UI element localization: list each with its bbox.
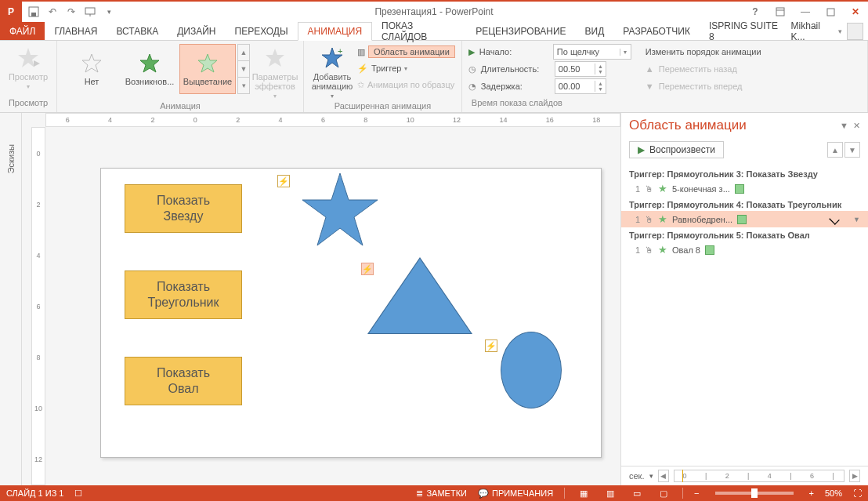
animation-pane-button[interactable]: ▥ Область анимации: [357, 44, 455, 60]
tab-view[interactable]: ВИД: [576, 22, 614, 40]
group-advanced: + Добавить анимацию ▾ ▥ Область анимации…: [304, 41, 462, 112]
animation-gallery[interactable]: Нет Возникнов... Выцветание ▲ ▼ ▾: [63, 44, 250, 94]
thumbnail-label: Эскизы: [6, 144, 16, 173]
play-label: Воспроизвести: [649, 144, 715, 155]
zoom-in-icon[interactable]: +: [809, 488, 814, 498]
preview-label: Просмотр: [9, 72, 48, 82]
timeline-track[interactable]: 0| 2| 4| 6|: [674, 470, 845, 482]
reorder-down-button[interactable]: ▼: [844, 142, 860, 158]
tab-animation[interactable]: АНИМАЦИЯ: [298, 22, 372, 41]
user-area[interactable]: Mikhail K... ▾: [791, 22, 868, 40]
anim-appear[interactable]: Возникнов...: [121, 44, 178, 94]
svg-marker-9: [82, 54, 101, 72]
close-icon[interactable]: ✕: [843, 2, 868, 22]
timeline-marker[interactable]: [682, 470, 683, 482]
view-reading-icon[interactable]: ▭: [629, 487, 645, 499]
delay-icon: ◔: [468, 82, 476, 92]
ribbon-display-icon[interactable]: [768, 2, 793, 22]
timeline-left[interactable]: ◀: [658, 470, 669, 482]
duration-input[interactable]: 00.50 ▲▼: [555, 61, 606, 77]
anim-name: 5-конечная з...: [672, 184, 730, 194]
effect-options-icon: [262, 45, 288, 71]
view-slideshow-icon[interactable]: ▢: [656, 487, 671, 499]
anim-item-oval[interactable]: 1 🖱 ★ Овал 8: [621, 241, 868, 258]
tab-insert[interactable]: ВСТАВКА: [107, 22, 168, 40]
start-combo[interactable]: По щелчку ▾: [553, 44, 631, 60]
zoom-out-icon[interactable]: −: [694, 488, 699, 498]
anim-name: Овал 8: [672, 245, 700, 255]
svg-rect-4: [776, 8, 784, 16]
reorder-up-button[interactable]: ▲: [827, 142, 843, 158]
notes-button[interactable]: ≣ЗАМЕТКИ: [416, 488, 467, 499]
svg-marker-8: [34, 60, 40, 67]
zoom-thumb[interactable]: [751, 488, 758, 498]
gallery-expand-icon[interactable]: ▾: [238, 78, 249, 93]
timeline-right[interactable]: ▶: [849, 470, 860, 482]
app-icon: P: [0, 2, 22, 22]
tab-file[interactable]: ФАЙЛ: [0, 22, 45, 40]
zoom-slider[interactable]: [715, 492, 794, 495]
gallery-more[interactable]: ▲ ▼ ▾: [237, 44, 250, 94]
animation-tag-oval[interactable]: ⚡: [485, 339, 497, 352]
maximize-icon[interactable]: [818, 2, 843, 22]
shape-oval[interactable]: [501, 332, 562, 408]
add-animation-button[interactable]: + Добавить анимацию ▾: [310, 44, 354, 101]
user-dropdown-icon[interactable]: ▾: [838, 27, 842, 35]
zoom-value[interactable]: 50%: [825, 488, 842, 498]
shape-btn-star[interactable]: Показать Звезду: [125, 184, 242, 233]
tab-review[interactable]: РЕЦЕНЗИРОВАНИЕ: [466, 22, 575, 40]
play-button[interactable]: ▶ Воспроизвести: [629, 141, 724, 158]
duration-bar: [735, 184, 744, 194]
gallery-down-icon[interactable]: ▼: [238, 61, 249, 78]
spellcheck-icon[interactable]: ☐: [74, 488, 82, 499]
view-normal-icon[interactable]: ▦: [576, 487, 591, 499]
mouse-icon: 🖱: [645, 184, 653, 194]
anim-item-star[interactable]: 1 🖱 ★ 5-конечная з...: [621, 180, 868, 197]
animation-tag-star[interactable]: ⚡: [277, 175, 290, 187]
tab-home[interactable]: ГЛАВНАЯ: [45, 22, 107, 40]
fit-icon[interactable]: ⛶: [853, 488, 862, 498]
tab-transitions[interactable]: ПЕРЕХОДЫ: [226, 22, 298, 40]
tab-design[interactable]: ДИЗАЙН: [168, 22, 225, 40]
anim-item-triangle[interactable]: 1 🖱 ★ Равнобедрен... ▼: [621, 211, 868, 227]
item-dropdown-icon[interactable]: ▼: [853, 216, 860, 223]
ribbon: Просмотр ▾ Просмотр Нет Возникнов... Выц…: [0, 41, 868, 113]
pane-close-icon[interactable]: ✕: [853, 121, 860, 131]
comments-button[interactable]: 💬ПРИМЕЧАНИЯ: [478, 488, 553, 499]
shape-triangle[interactable]: [369, 259, 471, 333]
minimize-icon[interactable]: —: [793, 2, 818, 22]
shape-star[interactable]: [301, 171, 379, 249]
anim-none[interactable]: Нет: [63, 44, 120, 94]
pane-dropdown-icon[interactable]: ▼: [840, 121, 848, 131]
save-icon[interactable]: [25, 3, 42, 20]
anim-none-label: Нет: [85, 77, 99, 86]
seconds-label: сек.: [629, 471, 645, 481]
trigger-button[interactable]: ⚡ Триггер ▾: [357, 60, 455, 76]
redo-icon[interactable]: ↷: [63, 3, 80, 20]
undo-icon[interactable]: ↶: [44, 3, 61, 20]
tab-ispring[interactable]: ISPRING SUITE 8: [700, 22, 791, 40]
comments-icon: 💬: [478, 488, 489, 499]
tab-slideshow[interactable]: ПОКАЗ СЛАЙДОВ: [372, 22, 466, 40]
svg-rect-1: [31, 13, 36, 16]
avatar[interactable]: [847, 23, 863, 40]
dropdown-icon[interactable]: ▾: [620, 49, 631, 56]
shape-btn-oval[interactable]: Показать Овал: [125, 357, 242, 405]
add-animation-label: Добавить анимацию: [312, 72, 353, 91]
tab-developer[interactable]: РАЗРАБОТЧИК: [613, 22, 700, 40]
gallery-up-icon[interactable]: ▲: [238, 45, 249, 61]
dropdown-icon[interactable]: ▾: [649, 472, 653, 480]
preview-button[interactable]: Просмотр ▾: [6, 44, 50, 92]
start-show-icon[interactable]: [81, 3, 99, 20]
slide-editor[interactable]: 642024681012141618 024681012 Показать Зв…: [22, 113, 620, 485]
help-icon[interactable]: ?: [743, 2, 768, 22]
delay-input[interactable]: 00.00 ▲▼: [555, 78, 606, 94]
shape-btn-triangle[interactable]: Показать Треугольник: [125, 270, 242, 319]
slide[interactable]: Показать Звезду Показать Треугольник Пок…: [100, 168, 602, 458]
anim-fade[interactable]: Выцветание: [179, 44, 236, 94]
qat-more-icon[interactable]: ▾: [100, 3, 118, 20]
thumbnail-strip[interactable]: Эскизы: [0, 113, 22, 485]
window-controls: ? — ✕: [743, 2, 868, 22]
view-sorter-icon[interactable]: ▥: [602, 487, 618, 499]
add-animation-icon: +: [320, 45, 345, 71]
